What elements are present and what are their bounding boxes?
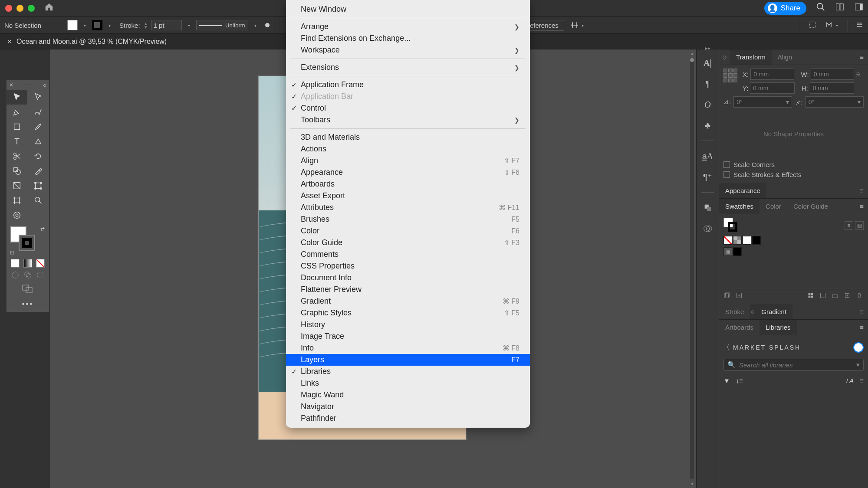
menu-item-attributes[interactable]: Attributes⌘ F11 [286,202,530,213]
swatch-options-icon[interactable] [819,292,827,300]
selection-tool[interactable] [7,90,27,105]
menu-item-comments[interactable]: Comments [286,249,530,260]
direct-selection-tool[interactable] [28,90,49,105]
menu-item-find-extensions-on-exchange[interactable]: Find Extensions on Exchange... [286,33,530,44]
libraries-panel-menu-icon[interactable]: ≡ [855,324,868,331]
transparency-panel-icon[interactable] [702,202,713,213]
tab-stroke[interactable]: Stroke [719,304,750,319]
fill-dropdown-icon[interactable]: ▾ [82,23,88,28]
w-field[interactable]: 0 mm [811,69,854,80]
pathfinder-panel-icon[interactable] [702,223,713,234]
swatch-kind-menu-icon[interactable] [807,292,815,300]
swatch-add-to-library-icon[interactable] [736,292,743,300]
swatch-list-view-icon[interactable]: ≡ [845,221,853,230]
search-icon[interactable] [816,2,825,14]
menu-item-links[interactable]: Links [286,377,530,389]
vertical-scrollbar[interactable]: ▴ ▾ [689,49,695,488]
rotate-angle-field[interactable]: 0°▾ [733,96,792,108]
swatch-black[interactable] [752,236,761,245]
library-search-input[interactable] [739,361,853,369]
menu-item-actions[interactable]: Actions [286,143,530,155]
swap-fill-stroke-icon[interactable]: ⇄ [40,226,45,232]
x-field[interactable]: 0 mm [750,69,794,80]
tab-gradient[interactable]: ◇Gradient [750,304,792,319]
tab-libraries[interactable]: Libraries [760,320,797,335]
document-tab[interactable]: ✕ Ocean and Moon.ai @ 39,53 % (CMYK/Prev… [3,38,171,46]
maximize-window-icon[interactable] [28,5,35,12]
stroke-profile-select[interactable]: Uniform [196,20,248,30]
swatches-panel-menu-icon[interactable]: ≡ [855,203,868,210]
eyedropper-tool[interactable] [28,164,49,178]
screen-mode-button[interactable] [7,282,49,296]
character-panel-icon[interactable]: A| [702,57,713,69]
transform-controls-icon[interactable] [808,20,817,30]
swatch-folder[interactable]: ▦ [723,247,732,256]
appearance-panel-menu-icon[interactable]: ≡ [855,187,868,194]
tab-color[interactable]: Color [760,199,787,214]
share-button[interactable]: 👤 Share [764,2,806,15]
menu-item-artboards[interactable]: Artboards [286,178,530,190]
scissors-tool[interactable] [7,149,27,164]
minimize-window-icon[interactable] [16,5,23,12]
new-color-group-icon[interactable] [832,292,839,300]
link-wh-icon[interactable]: ⎘ [856,69,864,80]
new-swatch-icon[interactable] [844,292,852,300]
scroll-up-icon[interactable]: ▴ [689,50,695,57]
default-fill-stroke-icon[interactable]: ◱ [10,250,14,255]
menu-item-3d-and-materials[interactable]: 3D and Materials [286,131,530,143]
menu-item-layers[interactable]: LayersF7 [286,354,530,366]
fill-swatch[interactable] [67,20,78,30]
rotate-tool[interactable] [28,149,49,164]
search-scope-dropdown-icon[interactable]: ▾ [856,361,860,369]
transform-panel-menu-icon[interactable]: ≡ [855,53,868,61]
library-back-icon[interactable]: 〈 [723,344,730,351]
shear-angle-field[interactable]: 0°▾ [806,96,864,108]
isolate-group-icon[interactable]: ▾ [825,21,840,29]
swatch-white[interactable] [743,236,751,245]
rectangle-tool[interactable] [7,119,27,134]
menu-item-brushes[interactable]: BrushesF5 [286,213,530,225]
swatch-item[interactable] [733,247,742,256]
menu-item-info[interactable]: Info⌘ F8 [286,342,530,354]
type-tool[interactable] [7,134,27,149]
panel-link-icon[interactable]: ◇ [719,54,730,60]
draw-normal-icon[interactable] [10,270,20,280]
edit-toolbar-button[interactable]: ••• [7,296,49,312]
tab-transform[interactable]: Transform [730,49,772,65]
color-mode-none[interactable] [36,259,45,268]
arrange-documents-icon[interactable] [835,2,845,14]
swatch-grid-view-icon[interactable]: ▦ [855,221,864,230]
draw-inside-icon[interactable] [36,270,45,280]
menu-item-arrange[interactable]: Arrange❯ [286,21,530,33]
expand-panels-icon[interactable]: ▸▸ [705,45,710,51]
library-filter-icon[interactable]: ▼ [723,377,730,384]
toolbar-grip[interactable]: :::::::: [13,83,43,87]
shape-builder-tool[interactable] [7,164,27,178]
menu-item-flattener-preview[interactable]: Flattener Preview [286,284,530,295]
pen-tool[interactable] [7,105,27,119]
brush-definition-icon[interactable] [265,23,270,27]
library-owner-avatar[interactable] [853,342,864,353]
stroke-panel-menu-icon[interactable]: ≡ [855,308,868,315]
panel-menu-icon[interactable] [856,21,864,30]
menu-item-graphic-styles[interactable]: Graphic Styles⇧ F5 [286,307,530,319]
tab-appearance[interactable]: Appearance [719,183,766,198]
fill-stroke-indicator[interactable]: ⇄ ◱ [9,225,46,255]
opentype-panel-icon[interactable]: O [702,99,713,110]
menu-item-css-properties[interactable]: CSS Properties [286,260,530,272]
tab-color-guide[interactable]: Color Guide [787,199,834,214]
home-icon[interactable] [44,2,54,14]
character-styles-panel-icon[interactable]: aA [702,151,713,162]
menu-item-align[interactable]: Align⇧ F7 [286,155,530,167]
menu-item-toolbars[interactable]: Toolbars❯ [286,114,530,126]
workspace-switcher-icon[interactable] [854,2,864,14]
menu-item-image-trace[interactable]: Image Trace [286,331,530,342]
menu-item-extensions[interactable]: Extensions❯ [286,62,530,73]
reference-point-selector[interactable] [723,69,737,82]
hand-tool[interactable] [7,208,27,223]
menu-item-document-info[interactable]: Document Info [286,272,530,284]
swatches-fill-stroke[interactable] [723,218,739,233]
menu-item-gradient[interactable]: Gradient⌘ F9 [286,295,530,307]
artboard-tool[interactable] [7,193,27,208]
free-transform-tool[interactable] [28,178,49,193]
